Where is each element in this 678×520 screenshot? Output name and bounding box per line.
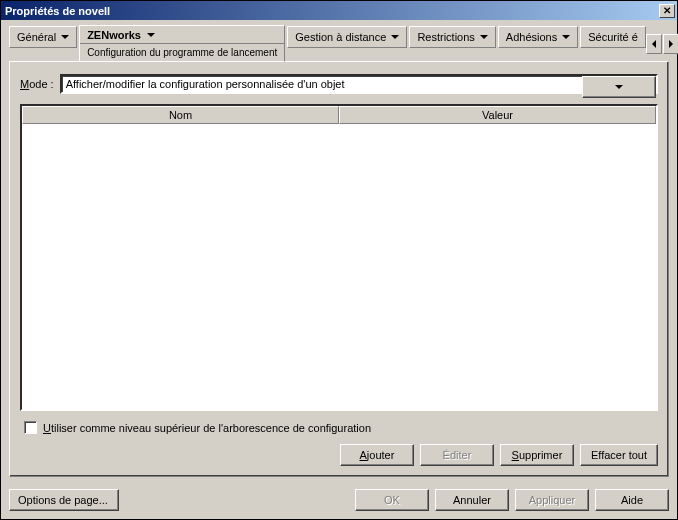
column-header-name[interactable]: Nom xyxy=(22,106,339,124)
close-button[interactable]: ✕ xyxy=(659,4,675,18)
checkbox-label[interactable]: Utiliser comme niveau supérieur de l'arb… xyxy=(43,422,371,434)
tab-subtitle: Configuration du programme de lancement xyxy=(80,43,284,61)
window: Propriétés de novell ✕ Général ZENworks … xyxy=(0,0,678,520)
close-icon: ✕ xyxy=(663,5,671,16)
chevron-left-icon xyxy=(652,40,656,48)
chevron-down-icon xyxy=(480,35,488,39)
titlebar: Propriétés de novell ✕ xyxy=(1,1,677,20)
chevron-right-icon xyxy=(669,40,673,48)
tab-label: Gestion à distance xyxy=(295,31,386,43)
chevron-down-icon xyxy=(147,33,155,37)
mode-dropdown[interactable]: Afficher/modifier la configuration perso… xyxy=(60,74,658,94)
apply-button[interactable]: Appliquer xyxy=(515,489,589,511)
tab-scroll-right-button[interactable] xyxy=(663,34,678,54)
cancel-button[interactable]: Annuler xyxy=(435,489,509,511)
tab-label: Sécurité é xyxy=(588,31,638,43)
page-options-button[interactable]: Options de page... xyxy=(9,489,119,511)
table-header: Nom Valeur xyxy=(22,106,656,124)
add-button[interactable]: Ajouter xyxy=(340,444,414,466)
top-level-checkbox-row: Utiliser comme niveau supérieur de l'arb… xyxy=(20,421,658,434)
mode-row: Mode : Afficher/modifier la configuratio… xyxy=(20,74,658,94)
tab-remote-management[interactable]: Gestion à distance xyxy=(287,26,407,48)
tab-memberships[interactable]: Adhésions xyxy=(498,26,578,48)
clear-all-button[interactable]: Effacer tout xyxy=(580,444,658,466)
delete-button[interactable]: Supprimer xyxy=(500,444,574,466)
tab-zenworks[interactable]: ZENworks Configuration du programme de l… xyxy=(79,25,285,62)
ok-button[interactable]: OK xyxy=(355,489,429,511)
dropdown-button[interactable] xyxy=(582,76,656,98)
chevron-down-icon xyxy=(61,35,69,39)
tab-label: Restrictions xyxy=(417,31,474,43)
column-header-value[interactable]: Valeur xyxy=(339,106,656,124)
chevron-down-icon xyxy=(615,85,623,89)
tab-label: Général xyxy=(17,31,56,43)
tabstrip: Général ZENworks Configuration du progra… xyxy=(9,26,669,62)
window-title: Propriétés de novell xyxy=(5,5,659,17)
tab-restrictions[interactable]: Restrictions xyxy=(409,26,495,48)
zenworks-panel: Mode : Afficher/modifier la configuratio… xyxy=(9,61,669,477)
chevron-down-icon xyxy=(562,35,570,39)
help-button[interactable]: Aide xyxy=(595,489,669,511)
dialog-footer: Options de page... OK Annuler Appliquer … xyxy=(1,485,677,519)
mode-value: Afficher/modifier la configuration perso… xyxy=(62,76,582,92)
tab-security[interactable]: Sécurité é xyxy=(580,26,646,48)
tab-general[interactable]: Général xyxy=(9,26,77,48)
tab-label: Adhésions xyxy=(506,31,557,43)
edit-button[interactable]: Éditer xyxy=(420,444,494,466)
config-table: Nom Valeur xyxy=(20,104,658,411)
tab-scroll-left-button[interactable] xyxy=(646,34,662,54)
mode-label: Mode : xyxy=(20,78,54,90)
tab-label: ZENworks xyxy=(87,29,141,41)
dialog-body: Général ZENworks Configuration du progra… xyxy=(1,20,677,485)
table-body[interactable] xyxy=(22,124,656,409)
top-level-checkbox[interactable] xyxy=(24,421,37,434)
panel-buttons: Ajouter Éditer Supprimer Effacer tout xyxy=(20,444,658,466)
chevron-down-icon xyxy=(391,35,399,39)
tab-nav xyxy=(646,26,678,62)
